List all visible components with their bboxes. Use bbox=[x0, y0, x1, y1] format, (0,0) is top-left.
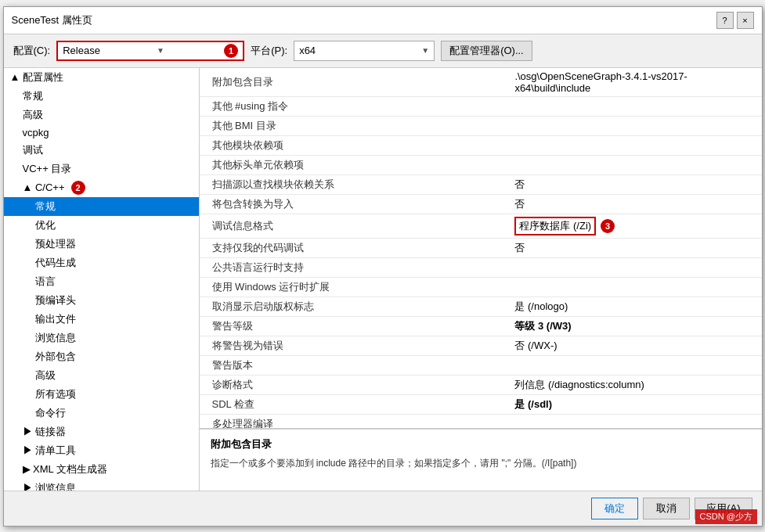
prop-name: 取消显示启动版权标志 bbox=[200, 297, 509, 316]
prop-value bbox=[508, 355, 761, 375]
watermark: CSDN @少方 bbox=[695, 509, 757, 524]
tree-item-all-opts[interactable]: 所有选项 bbox=[4, 385, 199, 404]
tree-item-label-advanced: 高级 bbox=[23, 108, 43, 122]
tree-item-label-all-opts: 所有选项 bbox=[35, 387, 76, 401]
tree-item-label-debug: 调试 bbox=[23, 143, 43, 157]
config-dropdown[interactable]: Release ▼ 1 bbox=[56, 41, 244, 61]
prop-value bbox=[508, 414, 761, 428]
prop-name: 警告版本 bbox=[200, 355, 509, 375]
platform-dropdown[interactable]: x64 ▼ bbox=[294, 41, 435, 61]
prop-name: 多处理器编译 bbox=[200, 414, 509, 428]
prop-name: 调试信息格式 bbox=[200, 214, 509, 238]
tree-item-label-vcpkg: vcpkg bbox=[23, 127, 49, 138]
table-row[interactable]: 取消显示启动版权标志是 (/nologo) bbox=[200, 297, 762, 316]
tree-item-label-output-files: 输出文件 bbox=[35, 312, 76, 326]
prop-name: 其他模块依赖项 bbox=[200, 135, 509, 155]
prop-name: 其他标头单元依赖项 bbox=[200, 155, 509, 174]
tree-item-codegen[interactable]: 代码生成 bbox=[4, 253, 199, 272]
tree-item-label-maint: ▶ 清单工具 bbox=[23, 444, 77, 458]
table-row[interactable]: 将警告视为错误否 (/WX-) bbox=[200, 336, 762, 355]
tree-item-browse2[interactable]: ▶ 浏览信息 bbox=[4, 479, 199, 491]
table-row[interactable]: 诊断格式列信息 (/diagnostics:column) bbox=[200, 375, 762, 394]
tree-item-output-files[interactable]: 输出文件 bbox=[4, 310, 199, 329]
prop-value: 是 (/sdl) bbox=[508, 394, 761, 414]
table-row[interactable]: 其他模块依赖项 bbox=[200, 135, 762, 155]
help-button[interactable]: ? bbox=[716, 12, 734, 29]
ok-button[interactable]: 确定 bbox=[591, 498, 638, 519]
description-panel: 附加包含目录 指定一个或多个要添加到 include 路径中的目录；如果指定多个… bbox=[200, 428, 762, 491]
prop-name: 公共语言运行时支持 bbox=[200, 257, 509, 277]
prop-name: 其他 BMI 目录 bbox=[200, 116, 509, 135]
table-row[interactable]: 多处理器编译 bbox=[200, 414, 762, 428]
table-row[interactable]: 支持仅我的代码调试否 bbox=[200, 238, 762, 257]
table-row[interactable]: SDL 检查是 (/sdl) bbox=[200, 394, 762, 414]
tree-item-preprocessor[interactable]: 预处理器 bbox=[4, 235, 199, 253]
tree-item-debug[interactable]: 调试 bbox=[4, 141, 199, 160]
tree-item-label-lang: 语言 bbox=[35, 275, 56, 289]
close-button[interactable]: × bbox=[737, 12, 754, 29]
tree-item-config-props[interactable]: ▲ 配置属性 bbox=[4, 68, 199, 87]
description-title: 附加包含目录 bbox=[211, 437, 751, 451]
prop-value: 否 bbox=[508, 174, 761, 194]
table-row[interactable]: 将包含转换为导入否 bbox=[200, 194, 762, 214]
dialog: SceneTest 属性页 ? × 配置(C): Release ▼ 1 平台(… bbox=[3, 6, 763, 527]
platform-dropdown-arrow: ▼ bbox=[421, 46, 429, 55]
cancel-button[interactable]: 取消 bbox=[643, 498, 690, 519]
platform-value: x64 bbox=[299, 45, 316, 56]
tree-item-linker[interactable]: ▶ 链接器 bbox=[4, 422, 199, 441]
tree-item-cmdline[interactable]: 命令行 bbox=[4, 404, 199, 422]
config-value: Release bbox=[63, 45, 100, 56]
tree-item-label-codegen: 代码生成 bbox=[35, 256, 76, 270]
prop-value-bold: 是 (/sdl) bbox=[514, 398, 552, 410]
table-row[interactable]: 警告等级等级 3 (/W3) bbox=[200, 316, 762, 336]
tree-item-label-vc-dirs: VC++ 目录 bbox=[23, 162, 72, 176]
title-bar-controls: ? × bbox=[716, 12, 754, 29]
tree-item-cpp-optimize[interactable]: 优化 bbox=[4, 216, 199, 235]
prop-value bbox=[508, 277, 761, 297]
table-row[interactable]: 其他 #using 指令 bbox=[200, 96, 762, 116]
table-row[interactable]: 使用 Windows 运行时扩展 bbox=[200, 277, 762, 297]
prop-value: 否 bbox=[508, 194, 761, 214]
prop-value bbox=[508, 257, 761, 277]
prop-value: 否 (/WX-) bbox=[508, 336, 761, 355]
prop-value: 程序数据库 (/Zi)3 bbox=[508, 214, 761, 238]
table-row[interactable]: 警告版本 bbox=[200, 355, 762, 375]
config-bar: 配置(C): Release ▼ 1 平台(P): x64 ▼ 配置管理器(O)… bbox=[4, 34, 762, 68]
badge-1: 1 bbox=[224, 44, 238, 58]
tree-item-cpp-general[interactable]: 常规 bbox=[4, 197, 199, 216]
prop-value: 是 (/nologo) bbox=[508, 297, 761, 316]
tree-item-label-external-inc: 外部包含 bbox=[35, 350, 76, 364]
tree-item-pch[interactable]: 预编译头 bbox=[4, 291, 199, 310]
prop-name: 其他 #using 指令 bbox=[200, 96, 509, 116]
tree-item-xml-gen[interactable]: ▶ XML 文档生成器 bbox=[4, 460, 199, 479]
tree-item-cpp[interactable]: ▲ C/C++2 bbox=[4, 178, 199, 197]
prop-value: 列信息 (/diagnostics:column) bbox=[508, 375, 761, 394]
tree-item-vc-dirs[interactable]: VC++ 目录 bbox=[4, 160, 199, 178]
table-row[interactable]: 扫描源以查找模块依赖关系否 bbox=[200, 174, 762, 194]
tree-item-vcpkg[interactable]: vcpkg bbox=[4, 124, 199, 141]
prop-name: SDL 检查 bbox=[200, 394, 509, 414]
config-manager-button[interactable]: 配置管理器(O)... bbox=[441, 41, 532, 61]
tree-item-maint[interactable]: ▶ 清单工具 bbox=[4, 441, 199, 460]
prop-name: 将警告视为错误 bbox=[200, 336, 509, 355]
badge-3: 3 bbox=[601, 219, 615, 233]
table-row[interactable]: 公共语言运行时支持 bbox=[200, 257, 762, 277]
table-row[interactable]: 调试信息格式程序数据库 (/Zi)3 bbox=[200, 214, 762, 238]
prop-value bbox=[508, 96, 761, 116]
tree-item-label-cmdline: 命令行 bbox=[35, 406, 66, 420]
tree-panel: ▲ 配置属性常规高级vcpkg调试VC++ 目录▲ C/C++2常规优化预处理器… bbox=[4, 68, 200, 491]
tree-item-lang[interactable]: 语言 bbox=[4, 272, 199, 291]
tree-item-advanced2[interactable]: 高级 bbox=[4, 366, 199, 385]
table-row[interactable]: 其他 BMI 目录 bbox=[200, 116, 762, 135]
tree-item-external-inc[interactable]: 外部包含 bbox=[4, 347, 199, 366]
prop-value bbox=[508, 116, 761, 135]
config-label: 配置(C): bbox=[13, 44, 51, 58]
tree-item-advanced[interactable]: 高级 bbox=[4, 106, 199, 124]
table-row[interactable]: 附加包含目录.\osg\OpenSceneGraph-3.4.1-vs2017-… bbox=[200, 68, 762, 97]
tree-item-common[interactable]: 常规 bbox=[4, 87, 199, 106]
prop-name: 扫描源以查找模块依赖关系 bbox=[200, 174, 509, 194]
prop-name: 警告等级 bbox=[200, 316, 509, 336]
tree-item-browse[interactable]: 浏览信息 bbox=[4, 329, 199, 347]
prop-name: 支持仅我的代码调试 bbox=[200, 238, 509, 257]
table-row[interactable]: 其他标头单元依赖项 bbox=[200, 155, 762, 174]
